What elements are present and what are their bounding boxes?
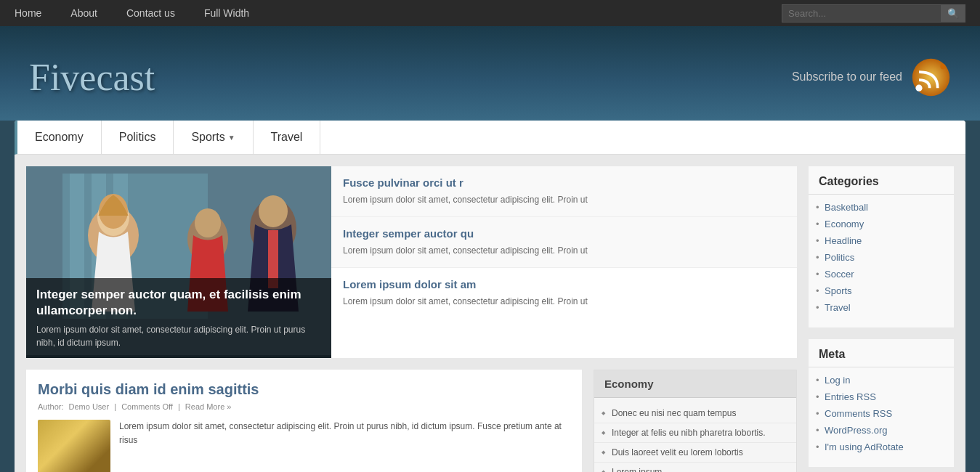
rss-icon[interactable] [911,57,951,97]
featured-title: Integer semper auctor quam, et facilisis… [36,287,321,319]
categories-section: Categories Basketball Economy Headline P… [809,166,954,327]
blog-post-body: Lorem ipsum dolor sit amet, consectetur … [38,420,570,472]
search-input[interactable] [782,4,941,23]
meta-section: Meta Log in Entries RSS Comments RSS Wor… [809,339,954,467]
featured-desc: Lorem ipsum dolor sit amet, consectetur … [36,323,321,349]
nav-full-width[interactable]: Full Width [204,7,249,19]
meta-login: Log in [809,372,954,388]
post-meta: Author: Demo User | Comments Off | Read … [38,402,570,411]
svg-point-14 [259,195,288,227]
top-navigation: Home About Contact us Full Width 🔍 [0,0,980,26]
meta-list: Log in Entries RSS Comments RSS WordPres… [809,367,954,460]
cat-politics: Politics [809,249,954,266]
categories-list: Basketball Economy Headline Politics Soc… [809,195,954,320]
cat-economy: Economy [809,216,954,232]
meta-comments-rss: Comments RSS [809,405,954,422]
sidebar: Categories Basketball Economy Headline P… [809,166,954,472]
cat-travel: Travel [809,299,954,316]
main-content: Integer semper auctor quam, et facilisis… [26,166,797,472]
nav-economy[interactable]: Economy [17,121,102,154]
economy-list: Donec eu nisi nec quam tempus Integer at… [594,398,796,472]
article-title-1[interactable]: Fusce pulvinar orci ut r [343,176,785,189]
nav-politics[interactable]: Politics [102,121,174,154]
main-wrapper: Economy Politics Sports ▼ Travel [15,121,965,472]
categories-title: Categories [809,166,954,195]
article-title-2[interactable]: Integer semper auctor qu [343,227,785,240]
meta-wordpress: WordPress.org [809,422,954,439]
article-item-1: Fusce pulvinar orci ut r Lorem ipsum dol… [331,166,797,217]
content-area: Integer semper auctor quam, et facilisis… [15,155,965,472]
post-author: Demo User [69,402,110,411]
nav-home[interactable]: Home [15,7,41,19]
secondary-navigation: Economy Politics Sports ▼ Travel [15,121,965,155]
subscribe-area: Subscribe to our feed [792,57,951,97]
site-title: Fivecast [29,56,155,99]
svg-point-1 [915,84,922,91]
bottom-content: Morbi quis diam id enim sagittis Author:… [26,370,797,472]
article-excerpt-3: Lorem ipsum dolor sit amet, consectetur … [343,295,785,308]
featured-block: Integer semper auctor quam, et facilisis… [26,166,797,358]
subscribe-text: Subscribe to our feed [792,70,902,84]
economy-widget-title: Economy [594,370,796,398]
featured-image: Integer semper auctor quam, et facilisis… [26,166,331,358]
post-meta-sep2: | [178,402,182,411]
svg-point-2 [940,64,945,69]
site-header: Fivecast Subscribe to our feed [0,26,980,121]
economy-item-4[interactable]: Lorem ipsum [594,463,796,472]
post-author-label: Author: [38,402,63,411]
cat-basketball: Basketball [809,199,954,216]
article-excerpt-1: Lorem ipsum dolor sit amet, consectetur … [343,193,785,206]
economy-item-1[interactable]: Donec eu nisi nec quam tempus [594,404,796,423]
svg-point-12 [195,208,221,237]
article-item-2: Integer semper auctor qu Lorem ipsum dol… [331,217,797,268]
nav-links: Home About Contact us Full Width [15,7,249,19]
nav-travel[interactable]: Travel [254,121,321,154]
search-bar: 🔍 [782,4,965,23]
meta-adrotate: I'm using AdRotate [809,439,954,455]
search-button[interactable]: 🔍 [941,4,965,23]
nav-sports[interactable]: Sports ▼ [174,121,253,154]
post-body-text: Lorem ipsum dolor sit amet, consectetur … [119,420,570,472]
blog-post: Morbi quis diam id enim sagittis Author:… [26,370,582,472]
nav-contact[interactable]: Contact us [126,7,175,19]
featured-articles: Fusce pulvinar orci ut r Lorem ipsum dol… [331,166,797,358]
post-read-more[interactable]: Read More » [185,402,232,411]
sports-dropdown-arrow: ▼ [228,134,235,142]
post-thumbnail [38,420,110,472]
economy-item-3[interactable]: Duis laoreet velit eu lorem lobortis [594,443,796,463]
cat-soccer: Soccer [809,266,954,282]
article-item-3: Lorem ipsum dolor sit am Lorem ipsum dol… [331,268,797,318]
post-title[interactable]: Morbi quis diam id enim sagittis [38,381,570,398]
cat-sports: Sports [809,282,954,299]
post-meta-sep1: | [114,402,118,411]
article-excerpt-2: Lorem ipsum dolor sit amet, consectetur … [343,244,785,257]
article-title-3[interactable]: Lorem ipsum dolor sit am [343,278,785,290]
nav-about[interactable]: About [70,7,97,19]
cat-headline: Headline [809,232,954,249]
economy-item-2[interactable]: Integer at felis eu nibh pharetra lobort… [594,423,796,443]
post-comments: Comments Off [121,402,173,411]
meta-title: Meta [809,339,954,367]
economy-widget: Economy Donec eu nisi nec quam tempus In… [594,370,797,472]
featured-overlay: Integer semper auctor quam, et facilisis… [26,278,331,358]
meta-entries-rss: Entries RSS [809,388,954,405]
